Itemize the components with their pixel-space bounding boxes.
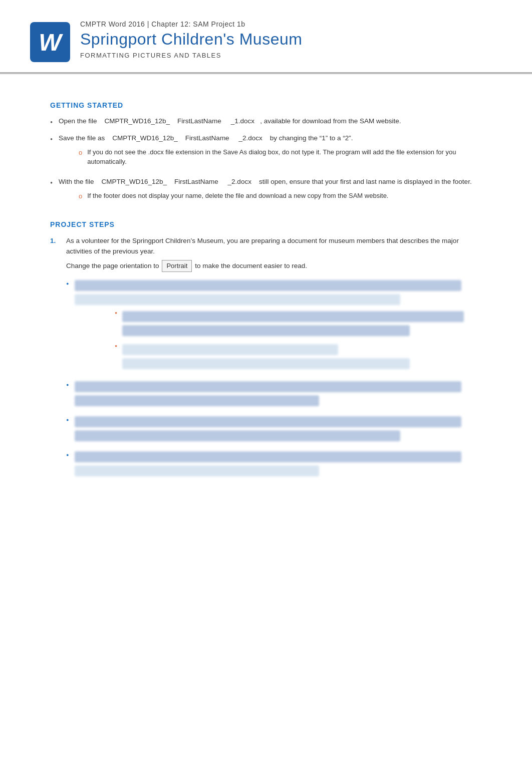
orientation-suffix: to make the document easier to read. [195,260,307,272]
step-1-description: As a volunteer for the Springport Childr… [66,235,482,257]
list-item-open-file: ⦁ Open the file CMPTR_WD16_12b_ FirstLas… [50,116,482,127]
step-1: 1. As a volunteer for the Springport Chi… [50,235,482,484]
blurred-row-5 [75,416,461,427]
by-changing-text: by changing [270,134,307,142]
list-item-save-file: ⦁ Save the file as CMPTR_WD16_12b_ First… [50,133,482,171]
orientation-prefix: Change the page orientation to [66,260,159,272]
list-item-with-file: ⦁ With the file CMPTR_WD16_12b_ FirstLas… [50,177,482,205]
sub-bullet-icon-2: o [79,191,82,201]
blurred-row-4 [75,395,319,406]
header-text-block: CMPTR Word 2016 | Chapter 12: SAM Projec… [80,20,302,59]
save-file-sub-list: o If you do not see the .docx file exten… [59,147,482,167]
blurred-sub-row-3 [122,344,338,355]
header: W CMPTR Word 2016 | Chapter 12: SAM Proj… [0,0,532,73]
sub-bullet-icon-1: o [79,148,82,158]
save-file-text: Save the file as CMPTR_WD16_12b_ FirstLa… [59,133,482,171]
blurred-row-2 [75,294,400,305]
step-1-number: 1. [50,235,60,246]
orientation-value: Portrait [162,260,192,273]
sub-list-item-2: o If the footer does not display your na… [79,191,482,201]
blurred-row-6 [75,430,400,441]
getting-started-heading: GETTING STARTED [50,101,482,109]
blurred-sub-row-1 [122,311,464,322]
bullet-icon-1: ⦁ [50,117,53,127]
getting-started-list: ⦁ Open the file CMPTR_WD16_12b_ FirstLas… [50,116,482,205]
header-subtitle: FORMATTING PICTURES AND TABLES [80,52,302,59]
orientation-line: Change the page orientation to Portrait … [66,260,482,273]
blurred-section-1: ⦁ ⦁ [66,277,482,479]
sub-item-text-1: If you do not see the .docx file extensi… [87,147,482,167]
blurred-sub-row-4 [122,358,410,369]
with-file-text: With the file CMPTR_WD16_12b_ FirstLastN… [59,177,482,205]
blurred-row-3 [75,381,461,392]
blurred-sub-1: ⦁ ⦁ [115,308,482,372]
blurred-row-8 [75,465,319,476]
sub-list-item-1: o If you do not see the .docx file exten… [79,147,482,167]
page-container: W CMPTR Word 2016 | Chapter 12: SAM Proj… [0,0,532,782]
with-file-sub-list: o If the footer does not display your na… [59,191,482,201]
step-1-content: As a volunteer for the Springport Childr… [66,235,482,484]
blurred-sub-row-2 [122,325,410,336]
bullet-icon-3: ⦁ [50,178,53,188]
project-steps-list: 1. As a volunteer for the Springport Chi… [50,235,482,484]
blurred-row-7 [75,451,461,462]
header-title: Springport Children's Museum [80,30,302,49]
word-logo: W [30,22,70,62]
main-content: GETTING STARTED ⦁ Open the file CMPTR_WD… [0,74,532,511]
bullet-icon-2: ⦁ [50,134,53,144]
blurred-row-1 [75,280,461,291]
project-steps-heading: PROJECT STEPS [50,220,482,228]
header-course: CMPTR Word 2016 | Chapter 12: SAM Projec… [80,20,302,28]
word-logo-icon: W [30,22,70,62]
open-file-text: Open the file CMPTR_WD16_12b_ FirstLastN… [59,116,482,126]
sub-item-text-2: If the footer does not display your name… [87,191,388,201]
